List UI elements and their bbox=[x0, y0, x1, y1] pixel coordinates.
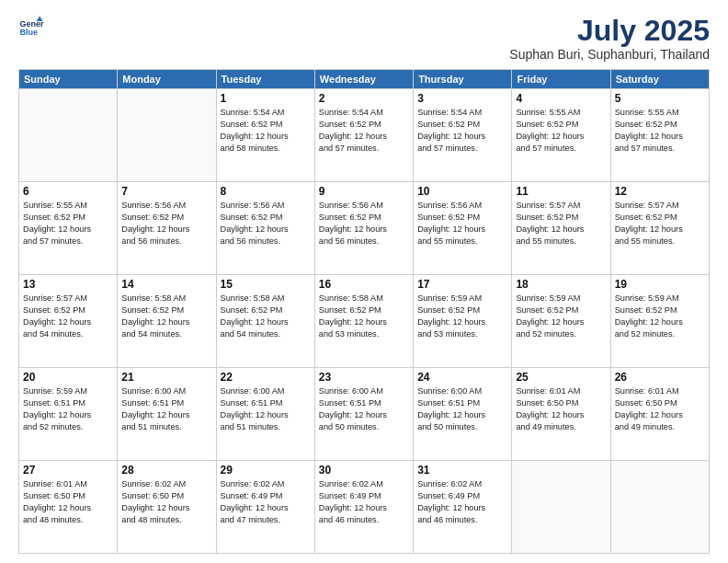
day-number: 23 bbox=[319, 371, 409, 384]
calendar-cell: 13Sunrise: 5:57 AM Sunset: 6:52 PM Dayli… bbox=[19, 275, 118, 368]
day-info: Sunrise: 6:01 AM Sunset: 6:50 PM Dayligh… bbox=[23, 478, 113, 526]
calendar-table: SundayMondayTuesdayWednesdayThursdayFrid… bbox=[18, 69, 710, 554]
calendar-cell: 28Sunrise: 6:02 AM Sunset: 6:50 PM Dayli… bbox=[118, 461, 216, 554]
day-number: 28 bbox=[121, 464, 211, 477]
day-number: 12 bbox=[615, 185, 705, 198]
calendar-cell: 24Sunrise: 6:00 AM Sunset: 6:51 PM Dayli… bbox=[414, 368, 512, 461]
day-number: 24 bbox=[417, 371, 507, 384]
day-info: Sunrise: 6:00 AM Sunset: 6:51 PM Dayligh… bbox=[221, 385, 311, 433]
day-info: Sunrise: 5:58 AM Sunset: 6:52 PM Dayligh… bbox=[221, 293, 311, 340]
day-number: 29 bbox=[221, 464, 311, 477]
day-info: Sunrise: 5:55 AM Sunset: 6:52 PM Dayligh… bbox=[23, 200, 113, 247]
calendar-cell: 17Sunrise: 5:59 AM Sunset: 6:52 PM Dayli… bbox=[414, 275, 512, 368]
day-number: 17 bbox=[417, 278, 507, 291]
calendar-day-header: Tuesday bbox=[216, 70, 314, 89]
calendar-cell: 15Sunrise: 5:58 AM Sunset: 6:52 PM Dayli… bbox=[216, 275, 314, 368]
day-info: Sunrise: 5:54 AM Sunset: 6:52 PM Dayligh… bbox=[417, 107, 507, 155]
calendar-day-header: Wednesday bbox=[314, 70, 413, 89]
day-number: 7 bbox=[121, 185, 211, 198]
day-number: 20 bbox=[23, 371, 113, 384]
calendar-week-row: 6Sunrise: 5:55 AM Sunset: 6:52 PM Daylig… bbox=[19, 182, 710, 275]
day-number: 22 bbox=[221, 371, 311, 384]
svg-text:Blue: Blue bbox=[19, 28, 38, 37]
day-info: Sunrise: 6:00 AM Sunset: 6:51 PM Dayligh… bbox=[417, 385, 507, 433]
day-number: 11 bbox=[516, 185, 606, 198]
calendar-cell: 23Sunrise: 6:00 AM Sunset: 6:51 PM Dayli… bbox=[314, 368, 413, 461]
logo-icon: General Blue bbox=[18, 15, 44, 40]
day-number: 18 bbox=[516, 278, 606, 291]
calendar-week-row: 20Sunrise: 5:59 AM Sunset: 6:51 PM Dayli… bbox=[19, 368, 710, 461]
day-info: Sunrise: 5:54 AM Sunset: 6:52 PM Dayligh… bbox=[319, 107, 409, 155]
day-number: 26 bbox=[615, 371, 705, 384]
title-block: July 2025 Suphan Buri, Suphanburi, Thail… bbox=[509, 15, 710, 62]
day-info: Sunrise: 5:56 AM Sunset: 6:52 PM Dayligh… bbox=[319, 200, 409, 247]
day-number: 15 bbox=[221, 278, 311, 291]
calendar-week-row: 13Sunrise: 5:57 AM Sunset: 6:52 PM Dayli… bbox=[19, 275, 710, 368]
day-info: Sunrise: 5:55 AM Sunset: 6:52 PM Dayligh… bbox=[615, 107, 705, 155]
calendar-cell: 16Sunrise: 5:58 AM Sunset: 6:52 PM Dayli… bbox=[314, 275, 413, 368]
subtitle: Suphan Buri, Suphanburi, Thailand bbox=[509, 47, 710, 62]
logo: General Blue bbox=[18, 15, 44, 40]
calendar-cell: 22Sunrise: 6:00 AM Sunset: 6:51 PM Dayli… bbox=[216, 368, 314, 461]
calendar-cell: 18Sunrise: 5:59 AM Sunset: 6:52 PM Dayli… bbox=[512, 275, 610, 368]
day-number: 10 bbox=[417, 185, 507, 198]
day-info: Sunrise: 6:02 AM Sunset: 6:49 PM Dayligh… bbox=[417, 478, 507, 526]
day-info: Sunrise: 5:57 AM Sunset: 6:52 PM Dayligh… bbox=[516, 200, 606, 247]
day-number: 1 bbox=[221, 92, 311, 105]
day-info: Sunrise: 5:56 AM Sunset: 6:52 PM Dayligh… bbox=[121, 200, 211, 247]
calendar-cell: 6Sunrise: 5:55 AM Sunset: 6:52 PM Daylig… bbox=[19, 182, 118, 275]
calendar-day-header: Saturday bbox=[610, 70, 709, 89]
day-number: 30 bbox=[319, 464, 409, 477]
day-info: Sunrise: 6:01 AM Sunset: 6:50 PM Dayligh… bbox=[516, 385, 606, 433]
day-number: 25 bbox=[516, 371, 606, 384]
day-number: 8 bbox=[221, 185, 311, 198]
calendar-cell: 26Sunrise: 6:01 AM Sunset: 6:50 PM Dayli… bbox=[610, 368, 709, 461]
calendar-day-header: Friday bbox=[512, 70, 610, 89]
calendar-cell: 7Sunrise: 5:56 AM Sunset: 6:52 PM Daylig… bbox=[118, 182, 216, 275]
calendar-cell: 4Sunrise: 5:55 AM Sunset: 6:52 PM Daylig… bbox=[512, 89, 610, 182]
calendar-cell: 12Sunrise: 5:57 AM Sunset: 6:52 PM Dayli… bbox=[610, 182, 709, 275]
calendar-cell: 30Sunrise: 6:02 AM Sunset: 6:49 PM Dayli… bbox=[314, 461, 413, 554]
day-number: 9 bbox=[319, 185, 409, 198]
day-info: Sunrise: 6:00 AM Sunset: 6:51 PM Dayligh… bbox=[319, 385, 409, 433]
day-info: Sunrise: 5:54 AM Sunset: 6:52 PM Dayligh… bbox=[221, 107, 311, 155]
day-info: Sunrise: 5:56 AM Sunset: 6:52 PM Dayligh… bbox=[221, 200, 311, 247]
calendar-cell: 11Sunrise: 5:57 AM Sunset: 6:52 PM Dayli… bbox=[512, 182, 610, 275]
day-info: Sunrise: 5:57 AM Sunset: 6:52 PM Dayligh… bbox=[23, 293, 113, 340]
calendar-cell: 5Sunrise: 5:55 AM Sunset: 6:52 PM Daylig… bbox=[610, 89, 709, 182]
day-number: 27 bbox=[23, 464, 113, 477]
calendar-day-header: Sunday bbox=[19, 70, 118, 89]
day-number: 13 bbox=[23, 278, 113, 291]
calendar-cell: 2Sunrise: 5:54 AM Sunset: 6:52 PM Daylig… bbox=[314, 89, 413, 182]
calendar-cell: 1Sunrise: 5:54 AM Sunset: 6:52 PM Daylig… bbox=[216, 89, 314, 182]
day-number: 19 bbox=[615, 278, 705, 291]
calendar-cell bbox=[118, 89, 216, 182]
calendar-week-row: 1Sunrise: 5:54 AM Sunset: 6:52 PM Daylig… bbox=[19, 89, 710, 182]
calendar-cell: 10Sunrise: 5:56 AM Sunset: 6:52 PM Dayli… bbox=[414, 182, 512, 275]
day-number: 5 bbox=[615, 92, 705, 105]
day-info: Sunrise: 5:58 AM Sunset: 6:52 PM Dayligh… bbox=[319, 293, 409, 340]
main-title: July 2025 bbox=[509, 15, 710, 47]
day-info: Sunrise: 5:58 AM Sunset: 6:52 PM Dayligh… bbox=[121, 293, 211, 340]
day-number: 31 bbox=[417, 464, 507, 477]
calendar-cell: 9Sunrise: 5:56 AM Sunset: 6:52 PM Daylig… bbox=[314, 182, 413, 275]
calendar-cell: 20Sunrise: 5:59 AM Sunset: 6:51 PM Dayli… bbox=[19, 368, 118, 461]
day-info: Sunrise: 6:00 AM Sunset: 6:51 PM Dayligh… bbox=[121, 385, 211, 433]
day-info: Sunrise: 6:01 AM Sunset: 6:50 PM Dayligh… bbox=[615, 385, 705, 433]
calendar-cell: 31Sunrise: 6:02 AM Sunset: 6:49 PM Dayli… bbox=[414, 461, 512, 554]
day-info: Sunrise: 5:59 AM Sunset: 6:52 PM Dayligh… bbox=[516, 293, 606, 340]
day-number: 21 bbox=[121, 371, 211, 384]
day-number: 2 bbox=[319, 92, 409, 105]
day-info: Sunrise: 5:55 AM Sunset: 6:52 PM Dayligh… bbox=[516, 107, 606, 155]
day-info: Sunrise: 5:56 AM Sunset: 6:52 PM Dayligh… bbox=[417, 200, 507, 247]
day-info: Sunrise: 5:59 AM Sunset: 6:52 PM Dayligh… bbox=[417, 293, 507, 340]
day-info: Sunrise: 5:59 AM Sunset: 6:52 PM Dayligh… bbox=[615, 293, 705, 340]
calendar-cell: 3Sunrise: 5:54 AM Sunset: 6:52 PM Daylig… bbox=[414, 89, 512, 182]
calendar-cell bbox=[610, 461, 709, 554]
day-number: 16 bbox=[319, 278, 409, 291]
calendar-cell bbox=[19, 89, 118, 182]
day-number: 4 bbox=[516, 92, 606, 105]
day-number: 3 bbox=[417, 92, 507, 105]
calendar-cell: 19Sunrise: 5:59 AM Sunset: 6:52 PM Dayli… bbox=[610, 275, 709, 368]
day-info: Sunrise: 5:59 AM Sunset: 6:51 PM Dayligh… bbox=[23, 385, 113, 433]
